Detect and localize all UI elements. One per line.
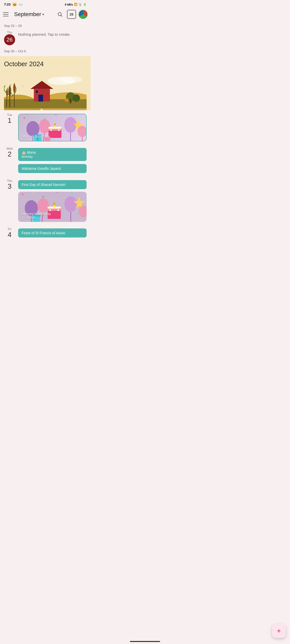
search-button[interactable] [55, 10, 64, 19]
menu-button[interactable] [3, 10, 12, 19]
day-name-wed2: Wed [4, 147, 15, 150]
app-header: September ▾ 26 [0, 8, 91, 22]
day-label-thu3: Thu 3 [4, 179, 15, 190]
day-name-thu26: Thu [4, 31, 15, 34]
svg-point-35 [54, 124, 56, 126]
thu3-events: First Day of Sharad Navratri [18, 179, 87, 222]
week-range-sep23: Sep 23 – 29 [0, 22, 91, 29]
day-number-wed2: 2 [4, 150, 15, 158]
signal-icon: 📶 [74, 3, 78, 6]
mona-birthday-pill[interactable]: 🎂 Mona Birthday [18, 148, 87, 161]
day-row-tue1: Tue 1 [0, 110, 91, 144]
header-title[interactable]: September ▾ [14, 11, 53, 18]
day-name-tue1: Tue [4, 113, 15, 117]
day-number-fri4: 4 [4, 231, 15, 239]
dropdown-arrow-icon: ▾ [42, 12, 44, 16]
janney-birthday-card-background: Janney's birthday 1 – 12 AM [18, 192, 87, 222]
janney-birthday-label: Janney's birthday [22, 212, 51, 216]
st-francis-pill[interactable]: Feast of St Francis of Assisi [18, 228, 87, 237]
day-number-thu26[interactable]: 26 [4, 34, 15, 45]
events-section: Tue 1 [0, 110, 91, 261]
day-label-tue1: Tue 1 [4, 113, 15, 125]
svg-point-63 [57, 209, 59, 211]
monas-birthday-label: Mona's Birthday [22, 134, 49, 138]
network-speed: 0 kB/s [65, 3, 73, 6]
nothing-planned-text: Nothing planned. Tap to create. [18, 31, 87, 38]
date-badge-number: 26 [69, 13, 74, 16]
day-content-fri4: Feast of St Francis of Assisi [18, 227, 87, 238]
mona-birthday-pill-title: 🎂 Mona [22, 150, 83, 154]
svg-point-37 [58, 129, 60, 131]
st-francis-title: Feast of St Francis of Assisi [22, 231, 83, 235]
gandhi-jayanti-title: Mahatma Gandhi Jayanti [22, 167, 83, 171]
day-name-fri4: Fri [4, 227, 15, 231]
janney-birthday-card[interactable]: Janney's birthday 1 – 12 AM [18, 192, 87, 222]
monas-birthday-card[interactable]: Mona's Birthday [18, 114, 87, 141]
day-label-thu26: Thu 26 [4, 31, 15, 45]
header-icons: 26 [55, 10, 88, 19]
date-badge[interactable]: 26 [67, 10, 76, 19]
birthday-cake-icon: 🎂 [22, 150, 27, 154]
svg-point-36 [50, 129, 52, 131]
day-content-tue1: Mona's Birthday [18, 113, 87, 142]
svg-point-15 [13, 84, 15, 93]
menu-line-2 [3, 14, 9, 15]
user-avatar[interactable] [79, 10, 88, 19]
svg-point-64 [64, 196, 77, 212]
gandhi-jayanti-pill[interactable]: Mahatma Gandhi Jayanti [18, 164, 87, 173]
day-number-tue1: 1 [4, 117, 15, 125]
navratri-title: First Day of Sharad Navratri [22, 183, 83, 187]
day-number-thu3: 3 [4, 183, 15, 190]
time-display: 7:23 [4, 3, 11, 6]
day-row-thu3: Thu 3 First Day of Sharad Navratri [0, 176, 91, 224]
day-content-wed2: 🎂 Mona Birthday Mahatma Gandhi Jayanti [18, 147, 87, 174]
week-range-sep30: Sep 30 – Oct 6 [0, 47, 91, 54]
wed2-events: 🎂 Mona Birthday Mahatma Gandhi Jayanti [18, 147, 87, 174]
avatar-image [79, 10, 87, 18]
day-row-wed2: Wed 2 🎂 Mona Birthday Mahatma Gandhi Jay… [0, 144, 91, 176]
status-left: 7:23 🐱 ⌨️ [4, 2, 23, 7]
birthday-card-background: Mona's Birthday [19, 114, 86, 141]
svg-rect-11 [36, 91, 38, 93]
month-title: September [14, 11, 41, 18]
day-content-thu26[interactable]: Nothing planned. Tap to create. [18, 31, 87, 38]
day-name-thu3: Thu [4, 179, 15, 183]
battery-icon: 🔋 [83, 3, 87, 6]
svg-rect-22 [23, 117, 25, 119]
svg-line-1 [61, 15, 62, 16]
cat-icon: 🐱 [12, 2, 17, 7]
svg-rect-21 [65, 99, 68, 102]
svg-rect-23 [34, 115, 36, 116]
svg-point-62 [49, 209, 51, 211]
status-bar: 7:23 🐱 ⌨️ 0 kB/s 📶 📡 🔋 [0, 0, 91, 8]
navratri-pill[interactable]: First Day of Sharad Navratri [18, 180, 87, 189]
terminal-icon: ⌨️ [19, 3, 23, 6]
svg-point-61 [53, 203, 55, 205]
october-illustration [4, 70, 87, 110]
svg-point-19 [72, 94, 80, 102]
october-banner: October 2024 [0, 56, 91, 110]
day-row-thu26: Thu 26 Nothing planned. Tap to create. [0, 29, 91, 47]
svg-rect-25 [55, 114, 57, 115]
menu-line-3 [3, 16, 9, 16]
october-title: October 2024 [4, 60, 87, 68]
svg-rect-20 [70, 99, 71, 103]
day-content-thu3: First Day of Sharad Navratri [18, 179, 87, 222]
status-right: 0 kB/s 📶 📡 🔋 [65, 3, 87, 6]
day-row-fri4: Fri 4 Feast of St Francis of Assisi [0, 224, 91, 241]
day-label-fri4: Fri 4 [4, 227, 15, 239]
svg-rect-10 [39, 95, 43, 101]
svg-point-4 [59, 76, 82, 83]
day-label-wed2: Wed 2 [4, 147, 15, 158]
janney-birthday-time: 1 – 12 AM [22, 216, 51, 219]
wifi-icon: 📡 [79, 3, 82, 6]
mona-birthday-pill-subtitle: Birthday [22, 155, 83, 158]
menu-line-1 [3, 12, 9, 13]
